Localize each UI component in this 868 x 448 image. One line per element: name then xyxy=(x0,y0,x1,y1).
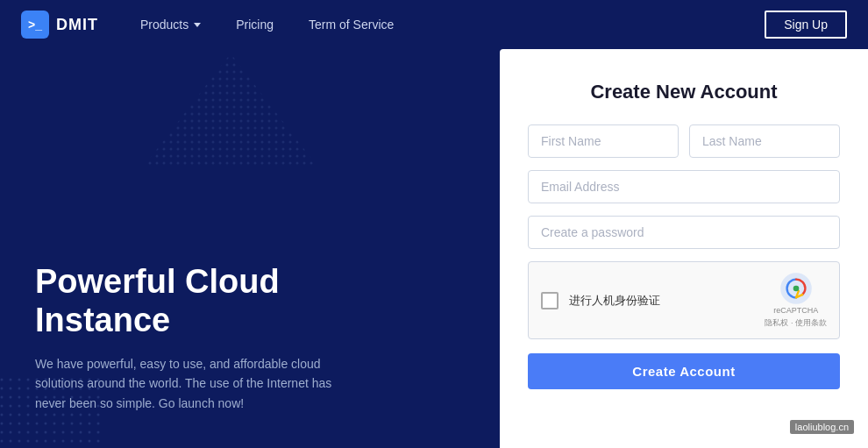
first-name-input[interactable] xyxy=(528,124,679,158)
dots-decoration xyxy=(0,378,105,448)
logo[interactable]: >_ DMIT xyxy=(21,11,98,39)
password-group xyxy=(528,216,840,249)
recaptcha-links: 隐私权 · 使用条款 xyxy=(765,318,827,329)
svg-rect-4 xyxy=(0,378,105,448)
chevron-down-icon xyxy=(194,23,201,27)
mountain-decoration xyxy=(134,49,327,172)
signup-form-panel: Create New Account 进行人机身份验证 xyxy=(500,49,868,448)
main-content: Powerful CloudInstance We have powerful,… xyxy=(0,49,868,448)
svg-rect-2 xyxy=(134,49,327,172)
signup-button[interactable]: Sign Up xyxy=(765,11,847,39)
nav-link-products[interactable]: Products xyxy=(126,11,215,39)
nav-links: Products Pricing Term of Service xyxy=(126,11,765,39)
logo-text: DMIT xyxy=(56,16,98,34)
svg-point-6 xyxy=(793,286,799,292)
navbar: >_ DMIT Products Pricing Term of Service… xyxy=(0,0,868,49)
last-name-input[interactable] xyxy=(689,124,840,158)
create-account-button[interactable]: Create Account xyxy=(528,353,840,389)
nav-link-tos[interactable]: Term of Service xyxy=(295,11,408,39)
recaptcha-box[interactable]: 进行人机身份验证 reCAPTCHA 隐私权 · 使用条款 xyxy=(528,261,840,339)
name-row xyxy=(528,124,840,158)
nav-link-pricing[interactable]: Pricing xyxy=(222,11,288,39)
logo-icon: >_ xyxy=(21,11,49,39)
email-group xyxy=(528,170,840,203)
form-title: Create New Account xyxy=(528,81,840,103)
recaptcha-logo-icon xyxy=(780,273,812,304)
recaptcha-checkbox[interactable] xyxy=(541,292,559,309)
hero-section: Powerful CloudInstance We have powerful,… xyxy=(0,49,500,448)
email-input[interactable] xyxy=(528,170,840,203)
recaptcha-label: 进行人机身份验证 xyxy=(569,293,660,309)
recaptcha-right: reCAPTCHA 隐私权 · 使用条款 xyxy=(765,273,827,328)
recaptcha-brand: reCAPTCHA xyxy=(773,306,818,316)
hero-title: Powerful CloudInstance xyxy=(35,263,465,339)
recaptcha-left: 进行人机身份验证 xyxy=(541,292,660,309)
password-input[interactable] xyxy=(528,216,840,249)
